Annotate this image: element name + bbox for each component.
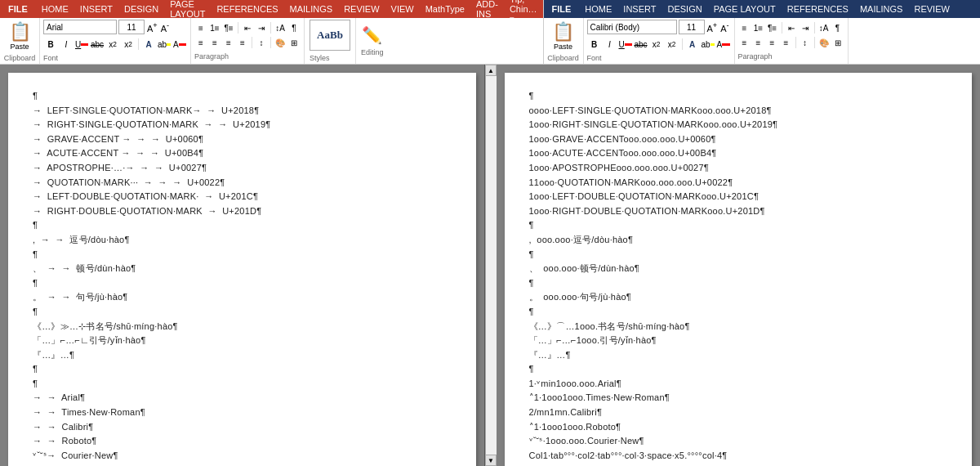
right-doc-line: 1ooo·LEFT·DOUBLE·QUOTATION·MARKooo.U+201… [529,190,948,204]
right-font-color-button[interactable]: A [716,38,731,51]
left-text-effect-button[interactable]: A [141,38,156,51]
left-menu-home[interactable]: HOME [36,0,74,18]
left-superscript-button[interactable]: x2 [121,38,136,51]
left-border-button[interactable]: ⊞ [287,36,301,49]
right-font-shrink-icon[interactable]: A- [719,20,729,34]
right-numbering-button[interactable]: 1≡ [752,21,765,34]
left-menu-references[interactable]: REFERENCES [211,0,283,18]
right-italic-button[interactable]: I [603,38,617,51]
left-align-left-button[interactable]: ≡ [194,36,207,49]
right-shading-button[interactable]: 🎨 [817,36,831,49]
left-italic-button[interactable]: I [59,38,74,51]
right-menu-insert[interactable]: INSERT [617,0,662,18]
right-font-name[interactable] [587,20,677,34]
left-scrollbar[interactable]: ▲ ▼ [485,65,497,466]
right-menu-home[interactable]: HOME [579,0,617,18]
right-file-tab[interactable]: FILE [544,0,580,18]
right-font-size[interactable] [679,20,705,34]
left-doc-panel[interactable]: ¶→ LEFT·SINGLE·QUOTATION·MARK→ → U+2018¶… [0,65,485,466]
right-text-highlight-button[interactable]: ab [701,38,715,51]
left-align-center-button[interactable]: ≡ [208,36,221,49]
right-menu-mailings[interactable]: MAILINGS [854,0,909,18]
left-menu-mailings[interactable]: MAILINGS [284,0,339,18]
left-clipboard-label: Clipboard [4,54,36,62]
left-scroll-track[interactable] [486,76,497,455]
left-styles-box[interactable]: AaBb [310,20,350,51]
right-linespace-button[interactable]: ↕ [799,36,812,49]
left-menu-design[interactable]: DESIGN [118,0,164,18]
right-subscript-button[interactable]: x2 [649,38,664,51]
left-increase-indent-button[interactable]: ⇥ [255,21,268,34]
left-font-shrink-icon[interactable]: A- [160,20,170,34]
left-menu-insert[interactable]: INSERT [74,0,118,18]
right-justify-button[interactable]: ≡ [780,36,793,49]
left-menu-addins[interactable]: ADD-INS [470,0,504,18]
left-doc-line: ¶ [33,89,452,104]
right-font-grow-icon[interactable]: A+ [706,20,719,34]
right-doc-line: 『…』…¶ [529,348,948,363]
left-menu-review[interactable]: REVIEW [338,0,385,18]
right-multilevel-button[interactable]: ¶≡ [766,21,779,34]
left-font-size[interactable] [118,20,145,34]
left-bullets-button[interactable]: ≡ [194,21,207,34]
right-superscript-button[interactable]: x2 [665,38,679,51]
left-numbering-button[interactable]: 1≡ [208,21,221,34]
right-show-marks-button[interactable]: ¶ [831,21,844,34]
right-sort-button[interactable]: ↕A [817,21,831,34]
right-clipboard-label: Clipboard [547,54,579,62]
left-doc-line: → LEFT·SINGLE·QUOTATION·MARK→ → U+2018¶ [33,104,452,119]
right-doc-line: 「…」⌐…⌐1ooo.引号/yǐn·hào¶ [529,334,948,348]
left-font-color-button[interactable]: A [172,38,187,51]
left-linespace-button[interactable]: ↕ [255,36,268,49]
right-paste-button[interactable]: 📋 Paste [547,20,580,52]
left-menu-mathtype[interactable]: MathType [420,0,470,18]
right-underline-button[interactable]: U [618,38,633,51]
right-strikethrough-button[interactable]: abc [634,38,648,51]
right-text-effect-button[interactable]: A [685,38,700,51]
right-decrease-indent-button[interactable]: ⇤ [785,21,798,34]
left-justify-button[interactable]: ≡ [236,36,249,49]
left-sort-button[interactable]: ↕A [274,21,287,34]
left-strikethrough-button[interactable]: abc [90,38,105,51]
left-font-grow-icon[interactable]: A+ [146,20,158,34]
left-underline-button[interactable]: U [74,38,89,51]
left-para-row2: ≡ ≡ ≡ ≡ ↕ 🎨 ⊞ [194,36,301,49]
right-align-right-button[interactable]: ≡ [766,36,779,49]
left-scroll-down[interactable]: ▼ [485,455,497,466]
right-increase-indent-button[interactable]: ⇥ [799,21,812,34]
right-doc-line: 1ooo·GRAVE·ACCENTooo.ooo.ooo.U+0060¶ [529,132,948,147]
right-menu-design[interactable]: DESIGN [662,0,707,18]
left-file-tab[interactable]: FILE [0,0,36,18]
right-doc-panel[interactable]: ¶oooo·LEFT·SINGLE·QUOTATION·MARKooo.ooo.… [497,65,981,466]
left-font-name[interactable] [43,20,117,34]
left-multilevel-button[interactable]: ¶≡ [222,21,235,34]
right-bullets-button[interactable]: ≡ [738,21,751,34]
right-border-button[interactable]: ⊞ [831,36,844,49]
left-paragraph-label: Paragraph [194,52,301,60]
left-align-right-button[interactable]: ≡ [222,36,235,49]
left-shading-button[interactable]: 🎨 [274,36,287,49]
left-clipboard-section: 📋 Paste Clipboard [0,18,40,64]
left-show-marks-button[interactable]: ¶ [287,21,301,34]
left-editing-section: ✏️ Editing [356,18,389,64]
left-menu-page-layout[interactable]: PAGE LAYOUT [164,0,211,18]
left-scroll-up[interactable]: ▲ [485,65,497,76]
left-menu-view[interactable]: VIEW [385,0,420,18]
left-subscript-button[interactable]: x2 [105,38,120,51]
right-bold-button[interactable]: B [587,38,602,51]
right-align-left-button[interactable]: ≡ [738,36,751,49]
left-bold-button[interactable]: B [43,38,58,51]
right-clipboard-section: 📋 Paste Clipboard [544,18,584,64]
right-menu-review[interactable]: REVIEW [908,0,955,18]
left-editing-label: Editing [361,48,384,56]
left-decrease-indent-button[interactable]: ⇤ [241,21,254,34]
right-doc-line: 1ooo·APOSTROPHEooo.ooo.ooo.U+0027¶ [529,161,948,176]
right-align-center-button[interactable]: ≡ [752,36,765,49]
left-menu-user[interactable]: Yip, Chin…▾ [504,0,543,18]
left-doc-line: ¶ [33,218,452,233]
left-doc-line: 。 → → 句号/jù·hào¶ [33,290,452,305]
left-paste-button[interactable]: 📋 Paste [3,20,36,52]
left-text-highlight-button[interactable]: ab [157,38,172,51]
right-menu-page-layout[interactable]: PAGE LAYOUT [708,0,782,18]
right-menu-references[interactable]: REFERENCES [782,0,854,18]
